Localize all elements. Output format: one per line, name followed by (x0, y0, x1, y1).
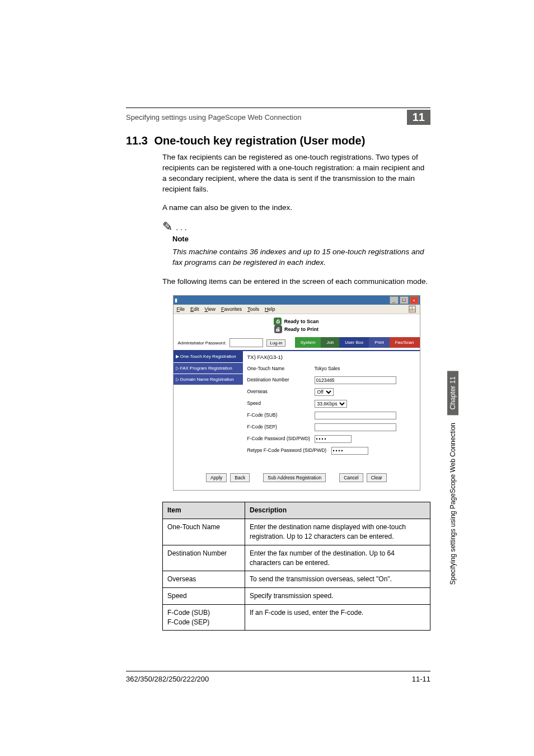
overseas-select[interactable]: Off (315, 388, 334, 396)
sidebar-item-domain[interactable]: ▷ Domain Name Registration (174, 374, 243, 385)
table-row: Destination Number Enter the fax number … (163, 545, 430, 571)
tab-job[interactable]: Job (321, 337, 339, 348)
minimize-button[interactable]: _ (390, 296, 399, 304)
clear-button[interactable]: Clear (367, 473, 387, 482)
menu-help[interactable]: Help (265, 306, 275, 313)
tab-faxscan[interactable]: Fax/Scan (390, 337, 420, 348)
one-touch-name-value: Tokyo Sales (315, 366, 415, 372)
note-icon: ✎ . . . (162, 221, 430, 233)
close-button[interactable]: × (410, 296, 419, 304)
para-2: A name can also be given to the index. (162, 203, 430, 213)
header-breadcrumb: Specifying settings using PageScope Web … (126, 113, 301, 122)
side-tab-section: Specifying settings using PageScope Web … (447, 417, 458, 590)
sidebar-item-faxprogram-label: FAX Program Registration (180, 366, 232, 371)
td-desc: To send the transmission overseas, selec… (245, 571, 430, 588)
speed-label: Speed (247, 400, 315, 407)
ready-to-print: Ready to Print (284, 326, 318, 333)
fcode-sub-label: F-Code (SUB) (247, 412, 315, 419)
dest-number-input[interactable] (315, 376, 396, 384)
menu-favorites[interactable]: Favorites (221, 306, 242, 313)
note-label: Note (172, 234, 430, 244)
chapter-badge: 11 (407, 110, 430, 125)
maximize-button[interactable]: ☐ (400, 296, 409, 304)
table-row: Speed Specify transmission speed. (163, 588, 430, 605)
dest-number-label: Destination Number (247, 377, 315, 384)
fcode-repwd-input[interactable] (331, 447, 368, 455)
note-text: This machine contains 36 indexes and up … (172, 247, 430, 268)
menu-view[interactable]: View (205, 306, 216, 313)
sub-address-button[interactable]: Sub Address Registration (263, 473, 326, 482)
admin-password-input[interactable] (229, 338, 263, 347)
tab-print[interactable]: Print (369, 337, 389, 348)
admin-password-label: Administrator Password: (178, 340, 227, 346)
fcode-sep-label: F-Code (SEP) (247, 424, 315, 431)
titlebar: ▮ _ ☐ × (174, 296, 420, 305)
menu-tools[interactable]: Tools (247, 306, 259, 313)
section-number: 11.3 (126, 134, 151, 147)
menubar: File Edit View Favorites Tools Help 🪟 (174, 305, 420, 314)
td-desc: Enter the fax number of the destination.… (245, 545, 430, 571)
app-icon: ▮ (175, 297, 177, 304)
section-title: 11.3 One-touch key registration (User mo… (126, 134, 365, 147)
fcode-repwd-label: Retype F-Code Password (SID/PWD) (247, 447, 331, 454)
one-touch-name-label: One-Touch Name (247, 366, 315, 372)
ready-to-scan: Ready to Scan (284, 318, 318, 325)
fcode-sep-input[interactable] (315, 423, 396, 431)
sidebar: One-Touch Key Registration ▷ FAX Program… (174, 351, 243, 469)
table-row: One-Touch Name Enter the destination nam… (163, 519, 430, 545)
table-row: Overseas To send the transmission overse… (163, 571, 430, 588)
tab-userbox[interactable]: User Box (339, 337, 369, 348)
ie-icon: 🪟 (408, 306, 416, 312)
overseas-label: Overseas (247, 389, 315, 395)
table-row: F-Code (SUB) F-Code (SEP) If an F-code i… (163, 604, 430, 631)
login-button[interactable]: Log-in (266, 339, 285, 347)
para-3: The following items can be entered in th… (162, 277, 430, 287)
footer-right: 11-11 (412, 675, 430, 683)
side-tab-chapter: Chapter 11 (447, 371, 458, 415)
td-item: Speed (163, 588, 245, 605)
footer-left: 362/350/282/250/222/200 (126, 675, 209, 683)
cancel-button[interactable]: Cancel (339, 473, 363, 482)
td-desc: Enter the destination name displayed wit… (245, 519, 430, 545)
print-icon: 🖨 (274, 325, 282, 333)
back-button[interactable]: Back (230, 473, 250, 482)
fcode-pwd-input[interactable] (315, 435, 352, 443)
item-description-table: Item Description One-Touch Name Enter th… (162, 502, 430, 631)
menu-file[interactable]: File (177, 306, 185, 313)
td-item: Destination Number (163, 545, 245, 571)
td-item: One-Touch Name (163, 519, 245, 545)
td-item: F-Code (SUB) F-Code (SEP) (163, 604, 245, 631)
th-item: Item (163, 502, 245, 519)
td-desc: If an F-code is used, enter the F-code. (245, 604, 430, 631)
td-item: Overseas (163, 571, 245, 588)
section-title-text: One-touch key registration (User mode) (154, 134, 366, 147)
sidebar-item-faxprogram[interactable]: ▷ FAX Program Registration (174, 363, 243, 374)
apply-button[interactable]: Apply (206, 473, 227, 482)
fcode-pwd-label: F-Code Password (SID/PWD) (247, 436, 315, 442)
sidebar-item-domain-label: Domain Name Registration (180, 377, 234, 382)
form-title: TX) FAX(G3-1) (247, 353, 415, 365)
scan-icon: ⎙ (274, 318, 282, 325)
fcode-sub-input[interactable] (315, 412, 396, 419)
screenshot-window: ▮ _ ☐ × File Edit View Favorites Tools H… (173, 295, 420, 491)
tab-system[interactable]: System (295, 337, 321, 348)
speed-select[interactable]: 33.6Kbps (315, 400, 347, 408)
td-desc: Specify transmission speed. (245, 588, 430, 605)
menu-edit[interactable]: Edit (190, 306, 199, 313)
th-desc: Description (245, 502, 430, 519)
sidebar-item-onetouch[interactable]: One-Touch Key Registration (174, 351, 243, 362)
para-1: The fax recipients can be registered as … (162, 152, 430, 195)
